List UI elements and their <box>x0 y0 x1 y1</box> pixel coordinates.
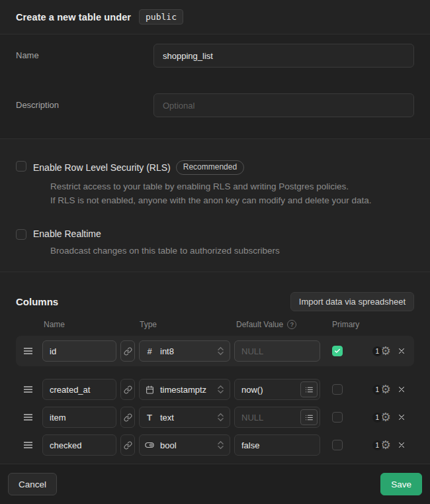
column-name-input[interactable] <box>42 379 116 400</box>
column-name-input[interactable] <box>42 407 116 428</box>
column-settings-button[interactable]: 1 ⚙ <box>372 411 391 423</box>
column-row-id: # int8 1 ⚙ <box>16 336 414 366</box>
delete-column-button[interactable] <box>397 413 406 422</box>
list-icon <box>305 385 314 394</box>
columns-heading: Columns <box>16 296 58 307</box>
basic-info-section: Name Description <box>0 34 430 138</box>
rls-description: Restrict access to your table by enablin… <box>50 179 372 207</box>
dialog-header: Create a new table under public <box>0 0 430 34</box>
hash-icon: # <box>145 346 154 356</box>
close-icon <box>397 413 406 422</box>
column-settings-button[interactable]: 1 ⚙ <box>372 345 391 357</box>
close-icon <box>397 440 406 450</box>
name-label: Name <box>16 44 153 68</box>
drag-handle-icon[interactable] <box>23 347 34 355</box>
column-name-input[interactable] <box>42 434 116 456</box>
realtime-label: Enable Realtime <box>33 228 101 239</box>
column-default-input[interactable] <box>234 434 320 456</box>
description-label: Description <box>16 93 153 117</box>
column-settings-button[interactable]: 1 ⚙ <box>372 383 391 395</box>
drag-handle-icon[interactable] <box>23 385 34 393</box>
close-icon <box>397 385 406 394</box>
cancel-button[interactable]: Cancel <box>8 473 57 495</box>
settings-count-badge: 1 <box>372 385 382 395</box>
recommended-badge: Recommended <box>176 160 244 175</box>
column-row-item: T text 1 ⚙ <box>16 403 414 431</box>
calendar-icon <box>145 385 154 394</box>
delete-column-button[interactable] <box>397 440 406 450</box>
dialog-title: Create a new table under <box>16 12 131 23</box>
realtime-row: Enable Realtime Broadcast changes on thi… <box>16 228 414 258</box>
drag-handle-icon[interactable] <box>23 441 34 449</box>
rls-row: Enable Row Level Security (RLS) Recommen… <box>16 160 414 207</box>
column-row-created-at: timestamptz 1 ⚙ <box>16 376 414 403</box>
close-icon <box>397 346 406 356</box>
delete-column-button[interactable] <box>397 385 406 394</box>
check-icon <box>334 348 341 354</box>
column-settings-button[interactable]: 1 ⚙ <box>372 439 391 451</box>
dialog-footer: Cancel Save <box>0 464 430 504</box>
drag-handle-icon[interactable] <box>23 413 34 421</box>
header-type: Type <box>140 320 236 329</box>
column-type-select[interactable]: # int8 <box>139 340 230 362</box>
column-name-input[interactable] <box>42 340 116 362</box>
column-type-select[interactable]: timestamptz <box>139 379 230 400</box>
chevrons-up-down-icon <box>217 384 224 395</box>
default-value-suggestions-button[interactable] <box>300 409 318 425</box>
table-name-input[interactable] <box>153 44 414 68</box>
table-description-input[interactable] <box>153 93 414 117</box>
foreign-key-link-icon[interactable] <box>120 340 135 362</box>
chevrons-up-down-icon <box>217 412 224 423</box>
foreign-key-link-icon[interactable] <box>120 407 135 428</box>
header-name: Name <box>44 320 140 329</box>
header-default-value: Default Value <box>236 320 283 329</box>
settings-count-badge: 1 <box>372 413 382 423</box>
import-spreadsheet-button[interactable]: Import data via spreadsheet <box>290 292 414 311</box>
toggles-section: Enable Row Level Security (RLS) Recommen… <box>0 138 430 272</box>
settings-count-badge: 1 <box>372 346 382 356</box>
help-icon[interactable]: ? <box>287 320 296 329</box>
delete-column-button[interactable] <box>397 346 406 356</box>
primary-checkbox[interactable] <box>332 384 343 395</box>
description-row: Description <box>16 93 414 117</box>
column-type-select[interactable]: T text <box>139 407 230 428</box>
realtime-description: Broadcast changes on this table to autho… <box>50 244 280 258</box>
settings-count-badge: 1 <box>372 440 382 450</box>
header-primary: Primary <box>332 320 359 329</box>
column-default-input[interactable] <box>234 340 320 362</box>
foreign-key-link-icon[interactable] <box>120 379 135 400</box>
rls-checkbox[interactable] <box>16 161 26 172</box>
chevrons-up-down-icon <box>217 440 224 450</box>
save-button[interactable]: Save <box>380 473 422 495</box>
list-icon <box>305 413 314 422</box>
realtime-checkbox[interactable] <box>16 229 26 240</box>
rls-label: Enable Row Level Security (RLS) <box>33 162 171 173</box>
foreign-key-link-icon[interactable] <box>120 434 135 456</box>
columns-table-headers: Name Type Default Value ? Primary <box>16 320 414 329</box>
toggle-icon <box>145 440 154 450</box>
text-icon: T <box>145 413 154 423</box>
column-type-select[interactable]: bool <box>139 434 230 456</box>
schema-badge: public <box>139 9 183 25</box>
columns-section: Columns Import data via spreadsheet Name… <box>0 272 430 464</box>
column-row-checked: bool 1 ⚙ <box>16 431 414 459</box>
primary-checkbox[interactable] <box>332 346 343 356</box>
primary-checkbox[interactable] <box>332 412 343 423</box>
primary-checkbox[interactable] <box>332 440 343 450</box>
create-table-dialog: Create a new table under public Name Des… <box>0 0 430 504</box>
name-row: Name <box>16 44 414 68</box>
default-value-suggestions-button[interactable] <box>300 381 318 397</box>
chevrons-up-down-icon <box>217 346 224 356</box>
